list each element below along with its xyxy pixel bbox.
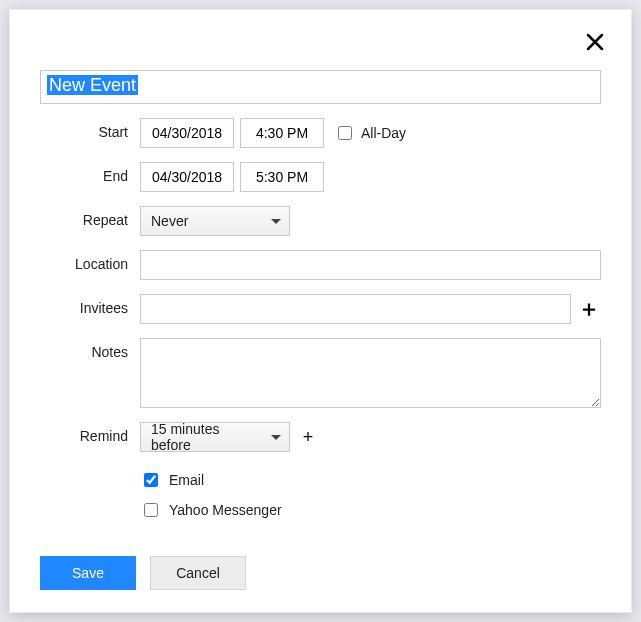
invitees-label: Invitees [40,294,140,316]
notify-yahoo-label: Yahoo Messenger [169,502,282,518]
modal-footer: Save Cancel [10,534,631,612]
repeat-dropdown[interactable]: Never [140,206,290,236]
notes-label: Notes [40,338,140,360]
notify-email-control[interactable]: Email [140,470,204,490]
cancel-button[interactable]: Cancel [150,556,246,590]
form-scroll-area[interactable]: New Event Start All-Day End Repeat [10,70,631,522]
notify-email-checkbox[interactable] [144,473,158,487]
start-label: Start [40,118,140,140]
end-time-input[interactable] [240,162,324,192]
chevron-down-icon [271,435,281,440]
close-button[interactable] [581,28,609,56]
start-date-input[interactable] [140,118,234,148]
allday-control[interactable]: All-Day [334,123,406,143]
event-title-selected-text: New Event [47,75,138,95]
remind-selected-value: 15 minutes before [151,421,261,453]
notify-email-label: Email [169,472,204,488]
end-date-input[interactable] [140,162,234,192]
add-invitee-button[interactable]: ＋ [577,297,601,321]
save-button[interactable]: Save [40,556,136,590]
remind-label: Remind [40,422,140,444]
notify-yahoo-control[interactable]: Yahoo Messenger [140,500,282,520]
location-input[interactable] [140,250,601,280]
repeat-label: Repeat [40,206,140,228]
end-label: End [40,162,140,184]
plus-icon: + [303,427,314,448]
close-icon [585,32,605,52]
invitees-input[interactable] [140,294,571,324]
chevron-down-icon [271,219,281,224]
allday-label: All-Day [361,125,406,141]
allday-checkbox[interactable] [338,126,352,140]
event-modal: New Event Start All-Day End Repeat [9,9,632,613]
start-time-input[interactable] [240,118,324,148]
notes-textarea[interactable] [140,338,601,408]
plus-icon: ＋ [578,294,600,324]
remind-dropdown[interactable]: 15 minutes before [140,422,290,452]
add-reminder-button[interactable]: + [296,425,320,449]
notify-yahoo-checkbox[interactable] [144,503,158,517]
repeat-selected-value: Never [151,213,188,229]
event-title-input[interactable]: New Event [40,70,601,104]
location-label: Location [40,250,140,272]
